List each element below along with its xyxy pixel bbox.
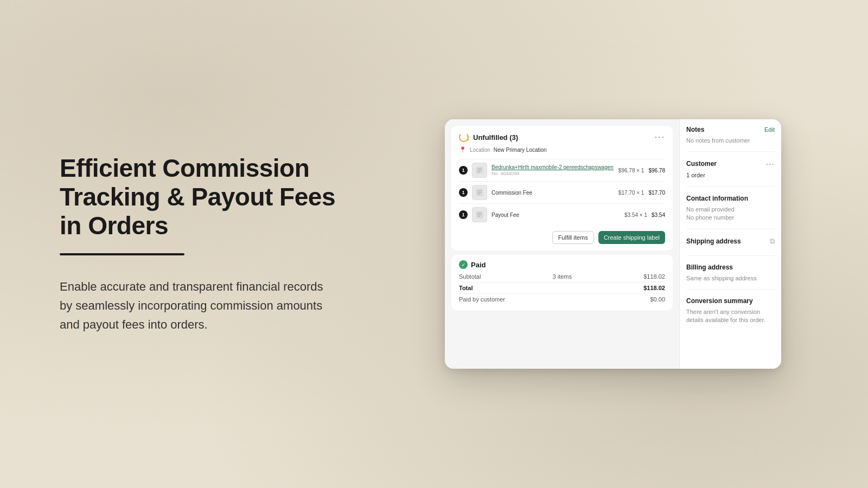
item-price: $17.70 [648, 190, 665, 196]
unfulfilled-section: Unfulfilled (3) ··· 📍 Location New Prima… [451, 126, 673, 251]
paid-by-label: Paid by customer [459, 296, 505, 303]
create-shipping-label-button[interactable]: Create shipping label [598, 231, 665, 244]
conversion-section: Conversion summary There aren't any conv… [686, 297, 775, 331]
item-name: Payout Fee [492, 212, 620, 218]
conversion-title: Conversion summary [686, 297, 753, 305]
customer-title: Customer [686, 160, 717, 168]
item-name: Commission Fee [492, 190, 614, 196]
action-row: Fulfill items Create shipping label [459, 231, 665, 244]
billing-section: Billing address Same as shipping address [686, 264, 775, 290]
notes-content: No notes from customer [686, 137, 775, 145]
paid-by-row: Paid by customer $0.00 [459, 293, 665, 303]
subtotal-label: Subtotal [459, 273, 481, 280]
headline-divider [60, 253, 184, 255]
item-name[interactable]: Bedrunka+Hirth maxmobile-2 gereedschapsw… [492, 164, 614, 170]
copy-address-icon[interactable]: ⧉ [770, 237, 775, 246]
customer-orders: 1 order [686, 171, 775, 179]
location-label: Location [470, 147, 490, 153]
subtotal-value: $118.02 [643, 273, 665, 280]
shipping-header: Shipping address ⧉ [686, 237, 775, 246]
item-qty: $3.54 × 1 [624, 212, 647, 218]
item-badge: 1 [459, 210, 468, 219]
unfulfilled-header: Unfulfilled (3) ··· [459, 132, 665, 142]
paid-header: ✓ Paid [459, 260, 665, 269]
line-item: 1 Commission Fee $17.70 × 1 $17.70 [459, 181, 665, 203]
right-panel: Unfulfilled (3) ··· 📍 Location New Prima… [380, 98, 868, 390]
billing-header: Billing address [686, 264, 775, 271]
item-thumbnail [472, 185, 487, 200]
item-price: $3.54 [652, 212, 665, 218]
paid-section: ✓ Paid Subtotal 3 items $118.02 Total $1… [451, 255, 673, 310]
paid-title: Paid [471, 261, 486, 269]
location-pin-icon: 📍 [459, 146, 467, 153]
unfulfilled-more-button[interactable]: ··· [655, 132, 665, 142]
shipping-address-section: Shipping address ⧉ [686, 237, 775, 256]
contact-section: Contact information No email provided No… [686, 195, 775, 229]
item-details: Bedrunka+Hirth maxmobile-2 gereedschapsw… [492, 164, 614, 176]
unfulfilled-title-group: Unfulfilled (3) [459, 132, 518, 142]
item-badge: 1 [459, 166, 468, 175]
paid-check-icon: ✓ [459, 260, 468, 269]
page-description: Enable accurate and transparent financia… [60, 277, 336, 335]
conversion-header: Conversion summary [686, 297, 775, 305]
main-content: Unfulfilled (3) ··· 📍 Location New Prima… [445, 119, 679, 369]
item-qty: $17.70 × 1 [618, 190, 644, 196]
contact-email: No email provided [686, 206, 775, 214]
item-thumbnail [472, 207, 487, 222]
item-sku: No. 4044098 [492, 171, 614, 176]
customer-section: Customer ··· 1 order [686, 159, 775, 187]
notes-section: Notes Edit No notes from customer [686, 126, 775, 152]
item-details: Commission Fee [492, 190, 614, 196]
paid-by-value: $0.00 [650, 296, 665, 303]
notes-edit-link[interactable]: Edit [764, 126, 775, 133]
customer-header: Customer ··· [686, 159, 775, 168]
spinner-icon [459, 132, 469, 142]
total-label: Total [459, 285, 473, 291]
notes-header: Notes Edit [686, 126, 775, 133]
conversion-content: There aren't any conversion details avai… [686, 308, 775, 325]
item-price: $96.78 [648, 168, 665, 174]
location-row: 📍 Location New Primary Location [459, 146, 665, 153]
total-value: $118.02 [643, 285, 665, 291]
location-value: New Primary Location [494, 147, 547, 153]
total-row: Total $118.02 [459, 282, 665, 291]
contact-header: Contact information [686, 195, 775, 202]
unfulfilled-title: Unfulfilled (3) [473, 133, 518, 142]
billing-content: Same as shipping address [686, 274, 775, 282]
line-item: 1 Bedrunka+Hirth maxmobile-2 gereedschap… [459, 159, 665, 181]
subtotal-items: 3 items [553, 273, 572, 280]
customer-more-button[interactable]: ··· [766, 159, 775, 168]
item-qty: $96.78 × 1 [618, 168, 644, 174]
item-badge: 1 [459, 188, 468, 197]
page-headline: Efficient Commission Tracking & Payout F… [60, 154, 336, 240]
ui-window: Unfulfilled (3) ··· 📍 Location New Prima… [445, 119, 781, 369]
shipping-title: Shipping address [686, 237, 741, 245]
left-panel: Efficient Commission Tracking & Payout F… [0, 111, 380, 377]
contact-phone: No phone number [686, 214, 775, 222]
subtotal-row: Subtotal 3 items $118.02 [459, 273, 665, 280]
line-item: 1 Payout Fee $3.54 × 1 $3.54 [459, 203, 665, 226]
billing-title: Billing address [686, 264, 733, 271]
fulfill-items-button[interactable]: Fulfill items [552, 231, 594, 244]
notes-title: Notes [686, 126, 704, 133]
item-thumbnail [472, 163, 487, 178]
contact-title: Contact information [686, 195, 748, 202]
sidebar-panel: Notes Edit No notes from customer Custom… [679, 119, 781, 369]
item-details: Payout Fee [492, 212, 620, 218]
